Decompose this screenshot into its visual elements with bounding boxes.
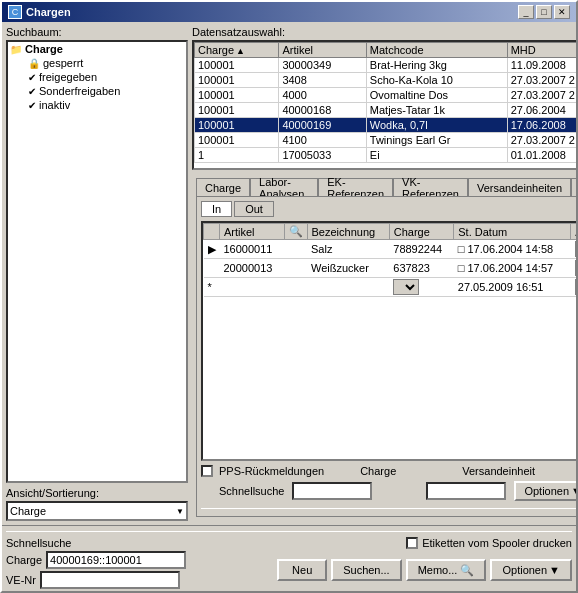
schnellsuche-label: Schnellsuche [219,485,284,497]
col-mhd[interactable]: MHD [507,43,576,58]
table-row[interactable]: 1 17005033 Ei 01.01.2008 17.04.2008 1 [195,148,577,163]
tab-charge[interactable]: Charge [196,178,250,196]
bottom-optionen-arrow-icon: ▼ [549,564,560,576]
col-search-icon[interactable]: 🔍 [284,224,307,240]
tree-item-sonderfreigaben[interactable]: ✔ Sonderfreigaben [8,84,186,98]
suchbaum-label: Suchbaum: [6,26,188,38]
separator [201,508,576,509]
arbeitspl-dropdown-1[interactable] [575,241,576,257]
status-row-2: Charge VE-Nr Neu Suchen... Memo... 🔍 Opt… [6,551,572,589]
arbeitspl-dropdown-2[interactable] [575,260,576,276]
col-bezeichnung[interactable]: Bezeichnung [307,224,389,240]
col-artikel[interactable]: Artikel [279,43,366,58]
tree-root-item[interactable]: 📁 Charge [8,42,186,56]
table-row[interactable]: 100001 40000168 Matjes-Tatar 1k 27.06.20… [195,103,577,118]
col-matchcode[interactable]: Matchcode [366,43,507,58]
bottom-ve-nr-input[interactable] [40,571,180,589]
inner-table-container[interactable]: Artikel 🔍 Bezeichnung Charge St. Datum A… [201,221,576,461]
title-bar: C Chargen _ □ ✕ [2,2,576,22]
check-icon-1: ✔ [28,72,36,83]
ansicht-combo[interactable]: Charge ▼ [6,501,188,521]
col-inner-artikel[interactable]: Artikel [220,224,285,240]
inner-table-row-new[interactable]: * 27.05.2009 16:51 [204,278,577,297]
etiketten-label: Etiketten vom Spooler drucken [422,537,572,549]
inner-table: Artikel 🔍 Bezeichnung Charge St. Datum A… [203,223,576,297]
window-icon: C [8,5,22,19]
tabs-area: Charge Labor-Analysen EK-Referenzen VK-R… [192,174,576,521]
datensatz-label: Datensatzauswahl: [192,26,576,38]
bottom-ve-nr-label: VE-Nr [6,574,36,586]
table-row[interactable]: 100001 3408 Scho-Ka-Kola 10 27.03.2007 2… [195,73,577,88]
check-icon-2: ✔ [28,86,36,97]
optionen-button[interactable]: Optionen ▼ [514,481,576,501]
bottom-separator [6,531,572,532]
table-row[interactable]: 100001 4100 Twinings Earl Gr 27.03.2007 … [195,133,577,148]
col-arbeitspl[interactable]: Arbeitspl. [571,224,576,240]
tab-wareneinsatz[interactable]: Wareneinsatz [571,178,576,197]
title-buttons: _ □ ✕ [518,5,570,19]
ansicht-label: Ansicht/Sortierung: [6,487,188,499]
close-button[interactable]: ✕ [554,5,570,19]
sub-tab-out[interactable]: Out [234,201,274,217]
pps-row: PPS-Rückmeldungen Charge Versandeinheit [201,465,576,477]
tab-ek-referenzen[interactable]: EK-Referenzen [318,178,393,196]
col-arrow [204,224,220,240]
optionen-label: Optionen [524,485,569,497]
table-row[interactable]: 100001 30000349 Brat-Hering 3kg 11.09.20… [195,58,577,73]
combo-arrow-icon: ▼ [176,507,184,516]
memo-button[interactable]: Memo... 🔍 [406,559,487,581]
window-title: Chargen [26,6,71,18]
tab-labor-analysen[interactable]: Labor-Analysen [250,178,318,196]
left-panel: Suchbaum: 📁 Charge 🔒 gesperrt ✔ freigege… [2,22,192,525]
datensatz-table: Charge▲ Artikel Matchcode MHD Erstellt 1… [194,42,576,163]
bottom-optionen-label: Optionen [502,564,547,576]
pps-label: PPS-Rückmeldungen [219,465,324,477]
bottom-charge-label: Charge [6,554,42,566]
schnellsuche-row: Schnellsuche Optionen ▼ [201,481,576,501]
versandeinheit-input[interactable] [426,482,506,500]
suchbaum-tree[interactable]: 📁 Charge 🔒 gesperrt ✔ freigegeben ✔ Sond… [6,40,188,483]
check-icon-3: ✔ [28,100,36,111]
bottom-optionen-button[interactable]: Optionen ▼ [490,559,572,581]
neu-button[interactable]: Neu [277,559,327,581]
tree-item-gesperrt[interactable]: 🔒 gesperrt [8,56,186,70]
ansicht-value: Charge [10,505,46,517]
tab-versandeinheiten[interactable]: Versandeinheiten [468,178,571,196]
pps-checkbox[interactable] [201,465,213,477]
tab-bar: Charge Labor-Analysen EK-Referenzen VK-R… [196,178,576,196]
table-row[interactable]: 100001 4000 Ovomaltine Dos 27.03.2007 2 … [195,88,577,103]
col-inner-charge[interactable]: Charge [389,224,454,240]
suchen-button[interactable]: Suchen... [331,559,401,581]
main-window: C Chargen _ □ ✕ Suchbaum: 📁 Charge 🔒 ges… [0,0,578,593]
sort-icon-charge: ▲ [236,46,245,56]
status-row-1: Schnellsuche Etiketten vom Spooler druck… [6,537,572,549]
optionen-arrow-icon: ▼ [571,485,576,497]
charge-schnell-label: Charge [360,465,396,477]
tree-item-freigegeben[interactable]: ✔ freigegeben [8,70,186,84]
minimize-button[interactable]: _ [518,5,534,19]
tab-content-wareneinsatz: In Out Artikel 🔍 Bezeichnung [196,196,576,517]
tree-root-label: Charge [25,43,63,55]
tab-vk-referenzen[interactable]: VK-Referenzen [393,178,468,196]
right-panel: Datensatzauswahl: Charge▲ Artikel Matchc… [192,22,576,525]
bottom-schnellsuche-label: Schnellsuche [6,537,71,549]
arbeitspl-dropdown-3[interactable] [575,279,576,295]
charge-dropdown-new[interactable] [393,279,419,295]
status-bar: Schnellsuche Etiketten vom Spooler druck… [2,525,576,591]
inner-table-row[interactable]: 20000013 Weißzucker 637823 □ 17.06.2004 … [204,259,577,278]
charge-input[interactable] [292,482,372,500]
folder-icon: 📁 [10,44,22,55]
col-charge[interactable]: Charge▲ [195,43,279,58]
lock-icon: 🔒 [28,58,40,69]
bottom-charge-input[interactable] [46,551,186,569]
table-row-selected[interactable]: 100001 40000169 Wodka, 0,7l 17.06.2008 [195,118,577,133]
sub-tab-in[interactable]: In [201,201,232,217]
main-content: Suchbaum: 📁 Charge 🔒 gesperrt ✔ freigege… [2,22,576,525]
datensatz-table-container[interactable]: Charge▲ Artikel Matchcode MHD Erstellt 1… [192,40,576,170]
etiketten-checkbox[interactable] [406,537,418,549]
maximize-button[interactable]: □ [536,5,552,19]
col-st-datum[interactable]: St. Datum [454,224,571,240]
bottom-buttons: Neu Suchen... Memo... 🔍 Optionen ▼ [277,559,572,581]
tree-item-inaktiv[interactable]: ✔ inaktiv [8,98,186,112]
inner-table-row[interactable]: ▶ 16000011 Salz 78892244 □ 17.06.2004 14… [204,240,577,259]
